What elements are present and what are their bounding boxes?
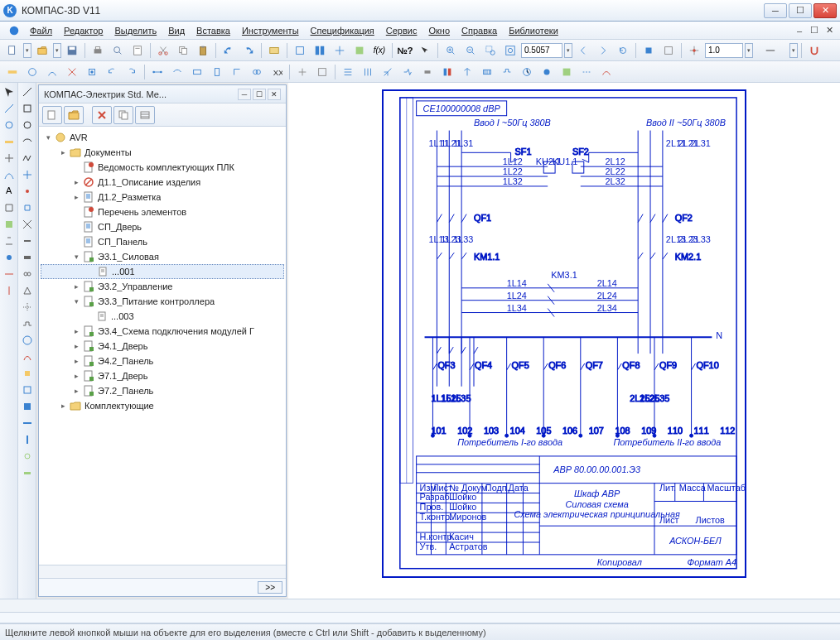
tb2-17[interactable] bbox=[339, 63, 357, 81]
btn-c[interactable] bbox=[331, 41, 349, 60]
cut-button[interactable] bbox=[154, 41, 172, 60]
scale-value[interactable]: 1.0 bbox=[705, 43, 743, 58]
tree-item[interactable]: СП_Дверь bbox=[41, 219, 284, 234]
mdi-minimize[interactable]: – bbox=[794, 25, 805, 36]
panel-min[interactable]: ─ bbox=[238, 89, 251, 100]
lt2-03[interactable] bbox=[20, 118, 35, 132]
lt1-03[interactable] bbox=[2, 118, 17, 132]
lt1-11[interactable] bbox=[2, 250, 17, 265]
btn-x2[interactable] bbox=[659, 41, 678, 60]
tree-twisty[interactable]: ▸ bbox=[70, 340, 82, 352]
tree-item[interactable]: ...001 bbox=[41, 264, 284, 279]
btn-fx[interactable]: f(x) bbox=[370, 41, 389, 60]
tree-twisty[interactable]: ▸ bbox=[70, 325, 82, 337]
tb2-02[interactable] bbox=[23, 63, 41, 81]
tree-item[interactable]: ...003 bbox=[41, 309, 284, 324]
tb2-20[interactable] bbox=[398, 63, 417, 81]
lt2-09[interactable] bbox=[20, 217, 35, 232]
tree-twisty[interactable] bbox=[70, 221, 82, 233]
save-button[interactable] bbox=[63, 41, 81, 60]
lt2-16[interactable] bbox=[20, 333, 35, 348]
drawing-canvas[interactable]: CE100000008 dBP Ввод I ~50Гц 380В Ввод I… bbox=[288, 83, 840, 599]
refresh-button[interactable] bbox=[614, 41, 632, 60]
snap-button[interactable] bbox=[685, 41, 703, 60]
tree-twisty[interactable]: ▾ bbox=[70, 296, 82, 307]
tree-twisty[interactable]: ▸ bbox=[70, 176, 82, 188]
tree-twisty[interactable]: ▸ bbox=[70, 281, 82, 292]
lt1-04[interactable] bbox=[2, 134, 17, 149]
tree-item[interactable]: ▸Документы bbox=[41, 145, 284, 160]
tree-hscroll[interactable] bbox=[39, 565, 286, 578]
lt1-12[interactable] bbox=[2, 267, 17, 282]
magnet-button[interactable] bbox=[805, 41, 823, 60]
tree-item[interactable]: ▸Д1.1_Описание изделия bbox=[41, 175, 284, 190]
tree-item[interactable]: СП_Панель bbox=[41, 234, 284, 249]
menu-insert[interactable]: Вставка bbox=[191, 24, 235, 37]
zoom-window-button[interactable] bbox=[481, 41, 500, 60]
tb2-24[interactable] bbox=[478, 63, 496, 81]
tree-item[interactable]: ▸Э7.1_Дверь bbox=[41, 368, 284, 383]
tree-twisty[interactable]: ▾ bbox=[42, 132, 54, 143]
tree-item[interactable]: Ведомость комплектующих ПЛК bbox=[41, 160, 284, 175]
mdi-close[interactable]: ✕ bbox=[823, 25, 835, 36]
tb2-09[interactable] bbox=[168, 63, 186, 81]
lt2-22[interactable] bbox=[20, 432, 35, 447]
lt1-06[interactable] bbox=[2, 167, 17, 182]
maximize-button[interactable]: ☐ bbox=[789, 3, 812, 18]
lt2-21[interactable] bbox=[20, 416, 35, 431]
lt2-01[interactable] bbox=[20, 84, 35, 99]
tree-item[interactable]: ▸Э4.1_Дверь bbox=[41, 339, 284, 354]
lt1-09[interactable] bbox=[2, 217, 17, 232]
menu-view[interactable]: Вид bbox=[163, 24, 190, 37]
lt1-07[interactable]: A bbox=[2, 184, 17, 199]
lt1-08[interactable] bbox=[2, 200, 17, 215]
lt2-19[interactable] bbox=[20, 383, 35, 397]
tb2-15[interactable] bbox=[293, 63, 311, 81]
tree-twisty[interactable] bbox=[84, 266, 96, 277]
lt2-14[interactable] bbox=[20, 300, 35, 315]
tree-item[interactable]: ▸Комплектующие bbox=[41, 398, 284, 413]
lt2-02[interactable] bbox=[20, 101, 35, 116]
zoom-value[interactable]: 0.5057 bbox=[521, 43, 562, 58]
zoom-dropdown[interactable]: ▾ bbox=[564, 43, 572, 58]
tb2-08[interactable] bbox=[148, 63, 167, 81]
zoom-in-button[interactable] bbox=[442, 41, 460, 60]
tb2-16[interactable] bbox=[313, 63, 331, 81]
panel-close[interactable]: ✕ bbox=[268, 89, 281, 100]
lt2-20[interactable] bbox=[20, 399, 35, 414]
menu-select[interactable]: Выделить bbox=[109, 24, 162, 37]
open-button[interactable] bbox=[33, 41, 51, 60]
tree-twisty[interactable]: ▸ bbox=[70, 191, 82, 203]
paste-button[interactable] bbox=[194, 41, 212, 60]
tb2-19[interactable] bbox=[379, 63, 397, 81]
new-button[interactable] bbox=[3, 41, 22, 60]
minimize-button[interactable]: ─ bbox=[764, 3, 787, 18]
lt1-01[interactable] bbox=[2, 84, 17, 99]
lt2-12[interactable] bbox=[20, 267, 35, 282]
menu-tools[interactable]: Инструменты bbox=[237, 24, 304, 37]
ptb-open[interactable] bbox=[64, 106, 84, 124]
tb2-18[interactable] bbox=[359, 63, 377, 81]
menu-file[interactable]: Файл bbox=[25, 24, 57, 37]
canvas-hscroll[interactable] bbox=[0, 599, 840, 612]
open-dropdown[interactable]: ▾ bbox=[53, 43, 61, 58]
pan-left-button[interactable] bbox=[574, 41, 592, 60]
pan-right-button[interactable] bbox=[594, 41, 612, 60]
lt2-05[interactable] bbox=[20, 151, 35, 166]
lt2-10[interactable] bbox=[20, 233, 35, 248]
print-button[interactable] bbox=[89, 41, 107, 60]
new-dropdown[interactable]: ▾ bbox=[23, 43, 31, 58]
lt2-15[interactable] bbox=[20, 316, 35, 331]
lt2-11[interactable] bbox=[20, 250, 35, 265]
lt2-17[interactable] bbox=[20, 349, 35, 364]
tree-twisty[interactable]: ▸ bbox=[57, 147, 69, 158]
tree-twisty[interactable]: ▾ bbox=[70, 251, 82, 262]
tree-item[interactable]: ▸Э3.2_Управление bbox=[41, 279, 284, 294]
tree-twisty[interactable] bbox=[70, 236, 82, 248]
lt1-10[interactable] bbox=[2, 233, 17, 248]
lt2-13[interactable] bbox=[20, 283, 35, 298]
menu-help[interactable]: Справка bbox=[456, 24, 502, 37]
lt2-24[interactable] bbox=[20, 465, 35, 480]
tb2-25[interactable] bbox=[498, 63, 516, 81]
ptb-new[interactable] bbox=[42, 106, 62, 124]
